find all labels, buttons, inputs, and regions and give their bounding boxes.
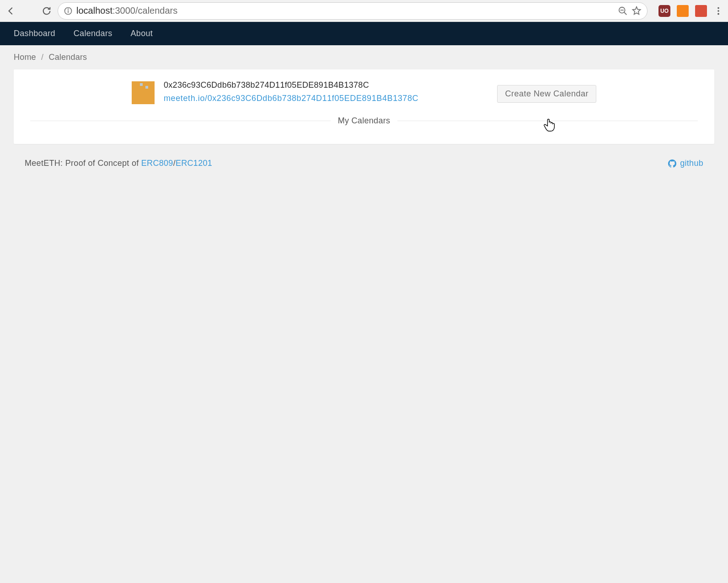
profile-row: 0x236c93C6Ddb6b738b274D11f05EDE891B4B137… bbox=[22, 80, 706, 104]
create-calendar-button[interactable]: Create New Calendar bbox=[497, 85, 596, 103]
extension-tray: UO bbox=[658, 5, 723, 17]
nav-dashboard[interactable]: Dashboard bbox=[14, 22, 68, 45]
github-link[interactable]: github bbox=[668, 159, 703, 168]
url-path: :3000/calendars bbox=[112, 5, 177, 16]
breadcrumb: Home / Calendars bbox=[0, 45, 728, 69]
url-host: localhost bbox=[76, 5, 112, 16]
ublock-extension-icon[interactable]: UO bbox=[658, 5, 670, 17]
bookmark-star-icon[interactable] bbox=[632, 6, 642, 16]
erc809-link[interactable]: ERC809 bbox=[141, 159, 173, 168]
svg-point-8 bbox=[717, 13, 719, 15]
extension-icon[interactable] bbox=[695, 5, 707, 17]
back-button[interactable] bbox=[5, 5, 17, 17]
svg-line-4 bbox=[624, 12, 627, 15]
avatar bbox=[132, 81, 155, 104]
footer-left: MeetETH: Proof of Concept of ERC809/ERC1… bbox=[25, 159, 212, 168]
nav-about[interactable]: About bbox=[131, 22, 166, 45]
footer-prefix: MeetETH: Proof of Concept of bbox=[25, 159, 141, 168]
main-card: 0x236c93C6Ddb6b738b274D11f05EDE891B4B137… bbox=[14, 69, 714, 144]
svg-point-6 bbox=[717, 7, 719, 9]
profile-link[interactable]: meeteth.io/0x236c93C6Ddb6b738b274D11f05E… bbox=[164, 94, 488, 103]
kebab-menu-icon[interactable] bbox=[713, 6, 723, 16]
github-icon bbox=[668, 159, 676, 168]
svg-point-7 bbox=[717, 10, 719, 12]
address-bar[interactable]: localhost:3000/calendars bbox=[58, 2, 648, 20]
reload-button[interactable] bbox=[40, 5, 53, 17]
nav-calendars[interactable]: Calendars bbox=[74, 22, 125, 45]
erc1201-link[interactable]: ERC1201 bbox=[176, 159, 212, 168]
zoom-icon[interactable] bbox=[618, 6, 628, 16]
metamask-extension-icon[interactable] bbox=[677, 5, 689, 17]
section-title: My Calendars bbox=[331, 116, 398, 126]
browser-chrome: localhost:3000/calendars UO bbox=[0, 0, 728, 22]
section-divider: My Calendars bbox=[30, 116, 698, 126]
breadcrumb-current: Calendars bbox=[48, 53, 87, 62]
breadcrumb-home[interactable]: Home bbox=[14, 53, 36, 62]
divider-line-left bbox=[30, 121, 331, 121]
wallet-address: 0x236c93C6Ddb6b738b274D11f05EDE891B4B137… bbox=[164, 80, 488, 90]
footer: MeetETH: Proof of Concept of ERC809/ERC1… bbox=[14, 151, 714, 175]
svg-point-2 bbox=[68, 9, 69, 9]
github-label: github bbox=[680, 159, 703, 168]
breadcrumb-sep: / bbox=[41, 53, 43, 62]
divider-line-right bbox=[397, 121, 698, 121]
main-nav: Dashboard Calendars About bbox=[0, 22, 728, 45]
info-icon bbox=[64, 6, 73, 16]
